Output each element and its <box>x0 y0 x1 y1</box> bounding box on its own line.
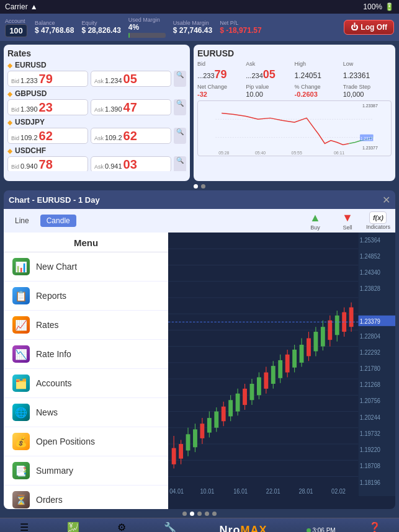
balance-label: Balance <box>35 20 74 26</box>
margin-bar-fill <box>128 33 130 38</box>
svg-text:1.23377: 1.23377 <box>362 146 378 150</box>
svg-text:1.20756: 1.20756 <box>360 397 381 405</box>
nav-settings[interactable]: 🔧 Settings <box>146 520 194 532</box>
chart-close-button[interactable]: ✕ <box>382 194 390 206</box>
usdchf-ask-box[interactable]: Ask 0.941 03 <box>91 156 171 171</box>
usdchf-symbol: ◆ USDCHF <box>7 146 186 155</box>
usdchf-zoom-icon[interactable]: 🔍 <box>174 156 186 171</box>
orders-label: Orders <box>36 495 63 505</box>
gbpusd-bid-main: 1.390 <box>20 105 38 113</box>
gbpusd-bid-box[interactable]: Bid 1.390 23 <box>7 99 88 115</box>
usdjpy-diamond: ◆ <box>7 119 12 126</box>
balance-value: $ 47,768.68 <box>35 26 74 35</box>
svg-rect-71 <box>328 321 332 340</box>
eurusd-ask-box[interactable]: Ask 1.234 05 <box>91 71 171 87</box>
menu-item-rates[interactable]: 📈 Rates <box>4 311 168 340</box>
nav-help[interactable]: ❓ Help <box>351 520 399 532</box>
status-left: Carrier ▲ <box>5 2 38 11</box>
gbpusd-zoom-icon[interactable]: 🔍 <box>174 99 186 115</box>
sell-button[interactable]: ▼ Sell <box>334 211 361 231</box>
candle-tab[interactable]: Candle <box>40 215 76 227</box>
svg-text:22.01: 22.01 <box>266 487 280 495</box>
eurusd-diamond: ◆ <box>7 62 12 69</box>
svg-text:05:40: 05:40 <box>255 151 266 155</box>
instruments-nav-icon: ⚙ <box>117 521 126 532</box>
usdjpy-boxes: Bid 109.2 62 Ask 109.2 62 🔍 <box>7 128 186 144</box>
rates-title: Rates <box>7 48 186 58</box>
svg-rect-37 <box>207 418 212 433</box>
svg-rect-69 <box>321 327 325 346</box>
usdjpy-ask-main: 109.2 <box>105 134 122 141</box>
eurusd-detail-low: 1.23361 <box>343 71 392 80</box>
gbpusd-boxes: Bid 1.390 23 Ask 1.390 47 🔍 <box>7 99 186 115</box>
svg-text:02.02: 02.02 <box>331 487 346 495</box>
open-positions-icon: 💰 <box>12 433 30 450</box>
new-chart-label: New Chart <box>36 262 77 272</box>
usdchf-bid-box[interactable]: Bid 0.940 78 <box>7 156 88 171</box>
nav-time-area: 3:06 PM <box>292 527 351 532</box>
gbpusd-ask-box[interactable]: Ask 1.390 47 <box>91 99 171 115</box>
menu-item-open-positions[interactable]: 💰 Open Positions <box>4 427 168 456</box>
usdchf-bid-main: 0.940 <box>20 162 38 170</box>
menu-item-new-chart[interactable]: 📊 New Chart <box>4 252 168 282</box>
account-label: Account <box>5 18 27 24</box>
menu-item-rate-info[interactable]: 📉 Rate Info <box>4 340 168 369</box>
usdjpy-bid-label: Bid <box>11 135 19 141</box>
nav-menu[interactable]: ☰ Menu <box>0 520 48 532</box>
net-pl-value: $ -18,971.57 <box>220 26 261 35</box>
menu-item-accounts[interactable]: 🗂️ Accounts <box>4 369 168 398</box>
indicators-button[interactable]: f(x) Indicators <box>366 211 390 230</box>
logout-button[interactable]: ⏻ Log Off <box>344 20 394 35</box>
svg-text:28.01: 28.01 <box>298 487 313 495</box>
usdjpy-name: USDJPY <box>15 118 45 126</box>
mini-chart: 1.23387 1.23377 05:28 05:40 05:55 06:11 … <box>197 100 392 156</box>
candle-chart-area: 1.25364 1.24852 1.24340 1.23828 1.23379 … <box>168 233 395 509</box>
candle-chart-svg: 1.25364 1.24852 1.24340 1.23828 1.23379 … <box>168 233 395 509</box>
eurusd-bid-main: 1.233 <box>20 77 38 84</box>
logo-nro: Nro <box>220 524 241 532</box>
svg-rect-61 <box>292 350 297 368</box>
battery-icon: 🔋 <box>385 2 394 11</box>
top-section: Rates ◆ EURUSD Bid 1.233 79 Ask 1.234 05… <box>0 41 399 182</box>
svg-text:16.01: 16.01 <box>233 487 248 495</box>
menu-item-reports[interactable]: 📋 Reports <box>4 282 168 311</box>
eurusd-zoom-icon[interactable]: 🔍 <box>174 71 186 87</box>
bdot-3 <box>197 512 202 516</box>
pip-value-value: 10.00 <box>246 91 294 98</box>
eurusd-detail-panel: EURUSD Bid Ask High Low ...23379 ...2340… <box>194 45 395 181</box>
new-chart-icon: 📊 <box>12 258 30 275</box>
help-nav-icon: ❓ <box>369 521 381 532</box>
usdjpy-zoom-icon[interactable]: 🔍 <box>174 128 186 144</box>
chart-title: Chart - EURUSD - 1 Day <box>9 195 100 205</box>
line-tab[interactable]: Line <box>9 215 35 227</box>
menu-item-summary[interactable]: 📑 Summary <box>4 456 168 485</box>
summary-icon: 📑 <box>12 462 30 479</box>
usdjpy-ask-box[interactable]: Ask 109.2 62 <box>91 128 171 144</box>
sell-label: Sell <box>343 224 352 231</box>
svg-text:1.19732: 1.19732 <box>360 430 380 437</box>
eurusd-ask-big: 05 <box>123 73 137 85</box>
menu-item-news[interactable]: 🌐 News <box>4 398 168 427</box>
menu-item-orders[interactable]: ⏳ Orders <box>4 485 168 509</box>
nav-new-order[interactable]: 💹 New Order <box>48 520 97 532</box>
gbpusd-symbol: ◆ GBPUSD <box>7 89 186 98</box>
eurusd-change-values: -32 10.00 -0.2603 10,000 <box>197 91 392 98</box>
usdjpy-bid-box[interactable]: Bid 109.2 62 <box>7 128 88 144</box>
eurusd-bid-box[interactable]: Bid 1.233 79 <box>7 71 88 87</box>
svg-rect-33 <box>193 429 197 447</box>
eurusd-price-values: ...23379 ...23405 1.24051 1.23361 <box>197 68 392 81</box>
svg-rect-59 <box>285 355 290 373</box>
bdot-4 <box>205 512 209 516</box>
ask-col-header: Ask <box>246 61 294 67</box>
mini-chart-svg: 1.23387 1.23377 05:28 05:40 05:55 06:11 … <box>198 101 391 156</box>
svg-text:1.23828: 1.23828 <box>360 285 381 293</box>
buy-button[interactable]: ▲ Buy <box>302 211 329 231</box>
svg-text:10.01: 10.01 <box>200 487 214 495</box>
usable-margin-value: $ 27,746.43 <box>173 26 212 35</box>
svg-text:1.20244: 1.20244 <box>360 414 381 421</box>
nav-instruments[interactable]: ⚙ Instruments <box>97 520 146 532</box>
usdchf-boxes: Bid 0.940 78 Ask 0.941 03 🔍 <box>7 156 186 171</box>
usdchf-ask-label: Ask <box>94 164 104 170</box>
bottom-navigation: ☰ Menu 💹 New Order ⚙ Instruments 🔧 Setti… <box>0 518 399 532</box>
sell-arrow-icon: ▼ <box>342 211 353 224</box>
